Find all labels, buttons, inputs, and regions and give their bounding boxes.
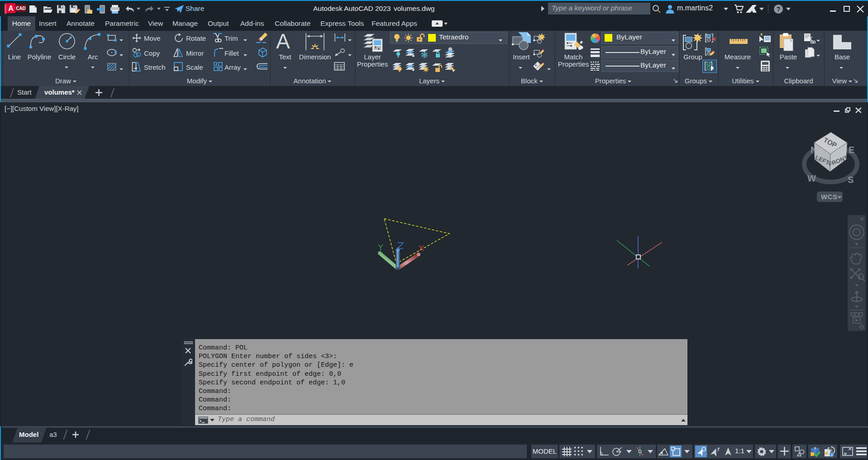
svg-text:E: E [849, 145, 854, 155]
svg-text:CAD: CAD [16, 6, 26, 11]
svg-text:W: W [807, 173, 816, 183]
svg-text:S: S [848, 175, 854, 185]
svg-text:A: A [8, 5, 14, 12]
svg-text:?: ? [777, 5, 781, 13]
